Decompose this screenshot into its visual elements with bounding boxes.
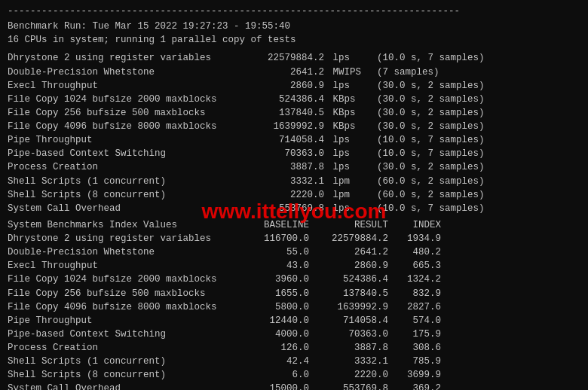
index-header-result: RESULT (309, 218, 388, 232)
index-row-index: 574.0 (388, 314, 441, 328)
index-row-label: Dhrystone 2 using register variables (8, 232, 241, 245)
benchmark-row: Shell Scripts (1 concurrent)3332.1 lpm (… (8, 175, 580, 188)
benchmark-label: System Call Overhead (8, 202, 241, 215)
index-row-index: 1934.9 (388, 232, 441, 245)
index-row-index: 2827.6 (388, 300, 441, 314)
benchmark-row: Shell Scripts (8 concurrent)2220.0 lpm (… (8, 188, 580, 202)
benchmark-row: File Copy 256 bufsize 500 maxblocks13784… (8, 106, 580, 120)
index-row-baseline: 15000.0 (241, 382, 309, 390)
index-row-label: File Copy 1024 bufsize 2000 maxblocks (8, 273, 241, 286)
benchmark-row: Double-Precision Whetstone2641.2 MWIPS (… (8, 66, 580, 79)
index-row-result: 2860.9 (309, 259, 388, 273)
benchmark-note: (10.0 s, 7 samples) (366, 51, 485, 65)
index-row-index: 175.9 (388, 328, 441, 341)
index-row-index: 665.3 (388, 259, 441, 273)
index-row-label: Shell Scripts (8 concurrent) (8, 368, 241, 382)
index-row-result: 22579884.2 (309, 232, 388, 245)
benchmark-label: Double-Precision Whetstone (8, 66, 241, 79)
index-header-baseline: BASELINE (241, 218, 309, 232)
index-data-row: Pipe Throughput12440.0714058.4574.0 (8, 314, 580, 328)
index-header-index: INDEX (388, 218, 441, 232)
header-line2: 16 CPUs in system; running 1 parallel co… (8, 33, 580, 47)
index-row-result: 70363.0 (309, 328, 388, 341)
index-row-label: Process Creation (8, 341, 241, 355)
index-row-label: Execl Throughput (8, 259, 241, 273)
top-divider: ----------------------------------------… (8, 5, 580, 18)
benchmark-value: 524386.4 (241, 93, 324, 106)
benchmark-value: 22579884.2 (241, 51, 324, 65)
benchmark-note: (7 samples) (366, 66, 439, 79)
benchmark-note: (10.0 s, 7 samples) (366, 133, 485, 147)
index-data-row: System Call Overhead15000.0553769.8369.2 (8, 382, 580, 390)
benchmark-unit: lps (324, 147, 366, 160)
index-row-index: 3699.9 (388, 368, 441, 382)
index-data-row: File Copy 256 bufsize 500 maxblocks1655.… (8, 287, 580, 300)
benchmark-row: System Call Overhead553769.8 lps (10.0 s… (8, 202, 580, 215)
index-row-index: 369.2 (388, 382, 441, 390)
index-row-baseline: 1655.0 (241, 287, 309, 300)
index-row-label: Pipe Throughput (8, 314, 241, 328)
benchmark-label: Shell Scripts (1 concurrent) (8, 175, 241, 188)
index-row-result: 137840.5 (309, 287, 388, 300)
benchmark-label: Process Creation (8, 160, 241, 174)
index-row-label: File Copy 4096 bufsize 8000 maxblocks (8, 300, 241, 314)
benchmark-note: (30.0 s, 2 samples) (366, 106, 485, 120)
index-section: System Benchmarks Index ValuesBASELINERE… (8, 218, 580, 390)
index-row-baseline: 4000.0 (241, 328, 309, 341)
benchmark-value: 714058.4 (241, 133, 324, 147)
benchmark-unit: KBps (324, 120, 366, 133)
index-data-row: Execl Throughput43.02860.9665.3 (8, 259, 580, 273)
benchmark-unit: lpm (324, 175, 366, 188)
benchmark-value: 1639992.9 (241, 120, 324, 133)
benchmark-value: 137840.5 (241, 106, 324, 120)
benchmark-value: 2641.2 (241, 66, 324, 79)
benchmark-unit: KBps (324, 93, 366, 106)
index-data-row: Dhrystone 2 using register variables1167… (8, 232, 580, 245)
index-header-label: System Benchmarks Index Values (8, 218, 241, 232)
benchmark-label: Dhrystone 2 using register variables (8, 51, 241, 65)
benchmark-label: Pipe-based Context Switching (8, 147, 241, 160)
index-row-label: File Copy 256 bufsize 500 maxblocks (8, 287, 241, 300)
index-row-label: Shell Scripts (1 concurrent) (8, 355, 241, 368)
benchmark-row: File Copy 4096 bufsize 8000 maxblocks163… (8, 120, 580, 133)
benchmark-note: (60.0 s, 2 samples) (366, 188, 485, 202)
index-data-row: File Copy 4096 bufsize 8000 maxblocks580… (8, 300, 580, 314)
benchmark-unit: lps (324, 160, 366, 174)
index-row-result: 2641.2 (309, 245, 388, 259)
benchmark-unit: KBps (324, 106, 366, 120)
benchmark-row: Execl Throughput2860.9 lps (30.0 s, 2 sa… (8, 79, 580, 93)
benchmark-label: Shell Scripts (8 concurrent) (8, 188, 241, 202)
benchmark-unit: lps (324, 202, 366, 215)
benchmark-row: Pipe Throughput714058.4 lps (10.0 s, 7 s… (8, 133, 580, 147)
index-row-index: 832.9 (388, 287, 441, 300)
benchmark-note: (10.0 s, 7 samples) (366, 202, 485, 215)
index-row-baseline: 6.0 (241, 368, 309, 382)
benchmark-label: Pipe Throughput (8, 133, 241, 147)
index-row-baseline: 5800.0 (241, 300, 309, 314)
benchmark-unit: lps (324, 133, 366, 147)
benchmarks-section: Dhrystone 2 using register variables2257… (8, 51, 580, 215)
benchmark-value: 2220.0 (241, 188, 324, 202)
index-data-row: Pipe-based Context Switching4000.070363.… (8, 328, 580, 341)
index-row-baseline: 12440.0 (241, 314, 309, 328)
benchmark-label: File Copy 1024 bufsize 2000 maxblocks (8, 93, 241, 106)
benchmark-value: 3887.8 (241, 160, 324, 174)
benchmark-value: 2860.9 (241, 79, 324, 93)
index-row-result: 3887.8 (309, 341, 388, 355)
index-row-result: 2220.0 (309, 368, 388, 382)
benchmark-unit: MWIPS (324, 66, 366, 79)
benchmark-note: (30.0 s, 2 samples) (366, 120, 485, 133)
index-row-baseline: 116700.0 (241, 232, 309, 245)
benchmark-label: Execl Throughput (8, 79, 241, 93)
index-data-row: Shell Scripts (1 concurrent)42.43332.178… (8, 355, 580, 368)
index-data-row: File Copy 1024 bufsize 2000 maxblocks396… (8, 273, 580, 286)
benchmark-note: (60.0 s, 2 samples) (366, 175, 485, 188)
benchmark-note: (30.0 s, 2 samples) (366, 79, 485, 93)
index-data-row: Shell Scripts (8 concurrent)6.02220.0369… (8, 368, 580, 382)
index-row-baseline: 126.0 (241, 341, 309, 355)
benchmark-note: (30.0 s, 2 samples) (366, 93, 485, 106)
benchmark-note: (10.0 s, 7 samples) (366, 147, 485, 160)
index-row-result: 3332.1 (309, 355, 388, 368)
index-row-label: Double-Precision Whetstone (8, 245, 241, 259)
benchmark-value: 553769.8 (241, 202, 324, 215)
